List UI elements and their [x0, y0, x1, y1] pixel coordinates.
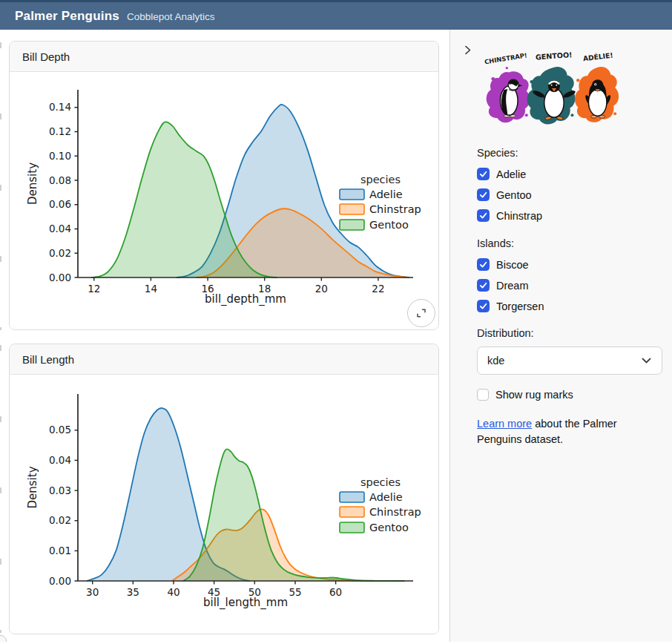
svg-text:Adelie: Adelie [369, 188, 403, 200]
gentoo-splash [527, 67, 576, 125]
svg-text:0.06: 0.06 [49, 198, 71, 210]
svg-text:species: species [360, 174, 401, 185]
card-bill-depth-title: Bill Depth [10, 42, 438, 72]
svg-text:22: 22 [372, 283, 384, 295]
bill-depth-chart: 1214161820220.000.020.040.060.080.100.12… [10, 72, 438, 330]
expand-card-button[interactable] [407, 299, 435, 327]
svg-text:0.02: 0.02 [49, 247, 71, 259]
penguin-artwork: CHINSTRAP! GENTOO! ADÉLIE! [484, 51, 622, 128]
checkbox-gentoo[interactable] [477, 188, 490, 201]
svg-text:35: 35 [127, 586, 139, 598]
svg-text:species: species [360, 476, 401, 488]
app-header: Palmer Penguins Cobblepot Analytics [0, 0, 672, 30]
checkbox-biscoe[interactable] [477, 258, 490, 271]
checkbox-label: Chinstrap [496, 210, 542, 222]
distribution-select-value: kde [487, 355, 504, 367]
learn-more-text: Learn more about the Palmer Penguins dat… [477, 416, 664, 447]
bill-length-chart: 303540455055600.000.010.020.030.040.05bi… [10, 375, 438, 634]
svg-text:Density: Density [26, 466, 39, 508]
checkbox-row-chinstrap[interactable]: Chinstrap [477, 209, 662, 222]
svg-text:0.01: 0.01 [49, 545, 71, 556]
offscreen-card-edge [0, 42, 1, 330]
islands-checkbox-group: Biscoe Dream Torgersen [477, 258, 662, 312]
svg-text:0.08: 0.08 [49, 174, 71, 186]
checkbox-rug-marks[interactable] [477, 389, 489, 401]
svg-text:Density: Density [26, 162, 39, 205]
checkbox-adelie[interactable] [477, 168, 490, 180]
offscreen-card-corner [0, 635, 7, 642]
svg-text:20: 20 [315, 283, 328, 295]
sidebar: CHINSTRAP! GENTOO! ADÉLIE! Species: Adel… [449, 30, 672, 642]
main-content: Bill Depth 1214161820220.000.020.040.060… [0, 30, 449, 642]
checkbox-label: Adelie [496, 168, 526, 180]
svg-text:bill_length_mm: bill_length_mm [203, 596, 288, 610]
chinstrap-splash [487, 67, 530, 122]
islands-group-label: Islands: [477, 237, 662, 249]
app-subtitle: Cobblepot Analytics [127, 11, 215, 22]
checkbox-label: Torgersen [496, 300, 544, 312]
rug-marks-row[interactable]: Show rug marks [477, 388, 662, 401]
svg-text:Chinstrap: Chinstrap [369, 506, 421, 518]
checkbox-row-gentoo[interactable]: Gentoo [477, 188, 662, 201]
adelie-splash [575, 67, 619, 122]
svg-text:0.10: 0.10 [49, 150, 71, 162]
svg-text:0.04: 0.04 [49, 223, 71, 234]
svg-text:12: 12 [88, 283, 100, 295]
species-group-label: Species: [477, 147, 662, 159]
svg-text:60: 60 [329, 586, 342, 598]
svg-text:30: 30 [86, 586, 99, 598]
chevron-right-icon [462, 45, 473, 56]
expand-icon [415, 307, 427, 319]
svg-text:bill_depth_mm: bill_depth_mm [205, 292, 286, 306]
svg-text:55: 55 [289, 586, 301, 598]
svg-text:Chinstrap: Chinstrap [369, 203, 421, 215]
artwork-label-chinstrap: CHINSTRAP! [484, 51, 527, 65]
checkbox-row-biscoe[interactable]: Biscoe [477, 258, 662, 271]
svg-text:Gentoo: Gentoo [369, 522, 409, 533]
checkbox-row-adelie[interactable]: Adelie [477, 168, 662, 180]
card-bill-length: Bill Length 303540455055600.000.010.020.… [9, 344, 439, 634]
svg-text:0.05: 0.05 [49, 424, 71, 436]
checkbox-row-dream[interactable]: Dream [477, 279, 662, 292]
offscreen-card-edge [0, 345, 1, 633]
checkbox-label: Biscoe [496, 259, 529, 271]
checkbox-row-torgersen[interactable]: Torgersen [477, 300, 662, 312]
checkbox-chinstrap[interactable] [477, 209, 490, 222]
card-bill-length-title: Bill Length [10, 344, 438, 375]
svg-text:0.00: 0.00 [49, 272, 71, 283]
svg-text:0.12: 0.12 [49, 125, 71, 137]
distribution-select[interactable]: kde [477, 346, 662, 375]
svg-text:14: 14 [145, 283, 157, 295]
species-checkbox-group: Adelie Gentoo Chinstrap [477, 168, 662, 222]
check-icon [478, 260, 488, 269]
svg-text:0.02: 0.02 [49, 514, 71, 526]
check-icon [478, 211, 488, 220]
artwork-label-gentoo: GENTOO! [536, 51, 573, 62]
sidebar-collapse-button[interactable] [458, 40, 477, 59]
checkbox-dream[interactable] [477, 279, 490, 292]
svg-text:0.00: 0.00 [49, 575, 71, 587]
svg-text:Adelie: Adelie [369, 491, 403, 503]
rug-marks-label: Show rug marks [495, 389, 573, 401]
chevron-down-icon [642, 358, 651, 364]
card-bill-depth: Bill Depth 1214161820220.000.020.040.060… [9, 41, 439, 330]
checkbox-label: Dream [496, 280, 529, 292]
svg-text:0.14: 0.14 [49, 101, 71, 113]
svg-text:40: 40 [167, 586, 179, 598]
app-title: Palmer Penguins [15, 9, 119, 24]
check-icon [478, 169, 488, 179]
check-icon [478, 301, 488, 311]
svg-text:0.04: 0.04 [49, 454, 71, 466]
checkbox-torgersen[interactable] [477, 300, 490, 312]
check-icon [478, 280, 488, 290]
checkbox-label: Gentoo [496, 189, 532, 201]
distribution-label: Distribution: [477, 327, 662, 339]
learn-more-link[interactable]: Learn more [477, 418, 532, 430]
artwork-label-adelie: ADÉLIE! [582, 51, 613, 62]
svg-text:Gentoo: Gentoo [369, 219, 409, 231]
check-icon [478, 190, 488, 200]
svg-text:0.03: 0.03 [49, 484, 71, 496]
